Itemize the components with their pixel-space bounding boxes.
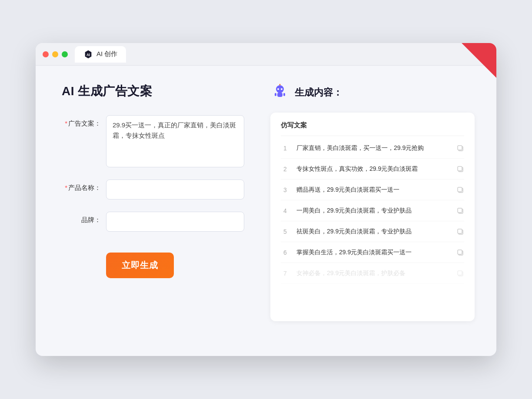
content-area: AI 生成广告文案 *广告文案： 29.9买一送一，真正的厂家直销，美白淡斑霜，… bbox=[36, 66, 496, 356]
result-num-7: 7 bbox=[281, 270, 289, 277]
copy-icon-7[interactable] bbox=[456, 269, 464, 277]
svg-rect-15 bbox=[458, 166, 462, 171]
result-text-1: 厂家直销，美白淡斑霜，买一送一，29.9元抢购 bbox=[296, 143, 449, 153]
robot-icon bbox=[270, 83, 289, 102]
result-item-1: 1 厂家直销，美白淡斑霜，买一送一，29.9元抢购 bbox=[281, 138, 464, 159]
ai-tab-icon: AI bbox=[83, 50, 93, 59]
result-text-7: 女神必备，29.9元美白淡斑霜，护肤必备 bbox=[296, 269, 449, 278]
result-item-5: 5 祛斑美白，29.9元美白淡斑霜，专业护肤品 bbox=[281, 221, 464, 242]
svg-rect-6 bbox=[277, 93, 283, 97]
svg-rect-17 bbox=[458, 187, 462, 192]
copy-icon-6[interactable] bbox=[456, 249, 464, 256]
svg-rect-19 bbox=[458, 208, 462, 213]
right-panel: 生成内容： 仿写文案 1 厂家直销，美白淡斑霜，买一送一，29.9元抢购 2 专… bbox=[270, 83, 475, 339]
result-header: 生成内容： bbox=[270, 83, 475, 102]
brand-group: 品牌： 好白 bbox=[62, 212, 244, 232]
maximize-button[interactable] bbox=[62, 51, 68, 57]
svg-point-11 bbox=[279, 84, 281, 85]
svg-text:AI: AI bbox=[86, 53, 90, 57]
copy-icon-5[interactable] bbox=[456, 228, 464, 236]
ad-copy-label: *广告文案： bbox=[62, 115, 101, 128]
copy-icon-4[interactable] bbox=[456, 207, 464, 215]
result-box: 仿写文案 1 厂家直销，美白淡斑霜，买一送一，29.9元抢购 2 专抹女性斑点，… bbox=[270, 113, 475, 321]
minimize-button[interactable] bbox=[52, 51, 58, 57]
brand-label: 品牌： bbox=[62, 212, 101, 224]
svg-rect-13 bbox=[458, 146, 462, 150]
result-num-1: 1 bbox=[281, 145, 289, 152]
close-button[interactable] bbox=[43, 51, 49, 57]
svg-rect-7 bbox=[275, 93, 276, 96]
result-num-6: 6 bbox=[281, 249, 289, 256]
result-num-2: 2 bbox=[281, 166, 289, 173]
svg-rect-21 bbox=[458, 229, 462, 233]
ad-copy-input[interactable]: 29.9买一送一，真正的厂家直销，美白淡斑霜，专抹女性斑点 bbox=[106, 115, 244, 167]
result-text-2: 专抹女性斑点，真实功效，29.9元美白淡斑霜 bbox=[296, 164, 449, 173]
tab-label: AI 创作 bbox=[96, 50, 117, 58]
result-text-6: 掌握美白生活，29.9元美白淡斑霜买一送一 bbox=[296, 248, 449, 257]
product-name-required: * bbox=[65, 184, 67, 191]
result-item-3: 3 赠品再送，29.9元美白淡斑霜买一送一 bbox=[281, 180, 464, 200]
result-item-4: 4 一周美白，29.9元美白淡斑霜，专业护肤品 bbox=[281, 200, 464, 221]
result-text-3: 赠品再送，29.9元美白淡斑霜买一送一 bbox=[296, 185, 449, 194]
result-text-5: 祛斑美白，29.9元美白淡斑霜，专业护肤品 bbox=[296, 227, 449, 236]
copy-icon-3[interactable] bbox=[456, 186, 464, 194]
ad-copy-group: *广告文案： 29.9买一送一，真正的厂家直销，美白淡斑霜，专抹女性斑点 bbox=[62, 115, 244, 167]
result-item-6: 6 掌握美白生活，29.9元美白淡斑霜买一送一 bbox=[281, 242, 464, 263]
left-panel: AI 生成广告文案 *广告文案： 29.9买一送一，真正的厂家直销，美白淡斑霜，… bbox=[62, 83, 244, 339]
product-name-group: *产品名称： 美白淡斑霜 bbox=[62, 180, 244, 200]
result-num-4: 4 bbox=[281, 207, 289, 214]
product-name-label: *产品名称： bbox=[62, 180, 101, 192]
result-item-2: 2 专抹女性斑点，真实功效，29.9元美白淡斑霜 bbox=[281, 159, 464, 180]
traffic-lights bbox=[43, 51, 68, 57]
svg-rect-23 bbox=[458, 250, 462, 254]
ad-copy-required: * bbox=[65, 120, 67, 127]
svg-rect-25 bbox=[458, 271, 462, 275]
product-name-input[interactable]: 美白淡斑霜 bbox=[106, 180, 244, 200]
brand-input[interactable]: 好白 bbox=[106, 212, 244, 232]
copy-icon-2[interactable] bbox=[456, 165, 464, 173]
result-num-3: 3 bbox=[281, 186, 289, 193]
svg-point-9 bbox=[279, 86, 281, 87]
result-text-4: 一周美白，29.9元美白淡斑霜，专业护肤品 bbox=[296, 206, 449, 215]
result-title: 生成内容： bbox=[295, 86, 342, 99]
result-item-7: 7 女神必备，29.9元美白淡斑霜，护肤必备 bbox=[281, 263, 464, 284]
title-bar: AI AI 创作 bbox=[36, 43, 496, 66]
svg-point-5 bbox=[281, 88, 283, 90]
result-num-5: 5 bbox=[281, 228, 289, 235]
browser-window: AI AI 创作 AI 生成广告文案 *广告文案： 29.9买一送一，真正的厂家… bbox=[36, 43, 496, 356]
active-tab[interactable]: AI AI 创作 bbox=[75, 46, 126, 63]
copy-icon-1[interactable] bbox=[456, 144, 464, 152]
svg-point-4 bbox=[277, 88, 279, 90]
svg-rect-8 bbox=[283, 93, 285, 96]
result-column-header: 仿写文案 bbox=[281, 121, 464, 136]
generate-button[interactable]: 立即生成 bbox=[106, 253, 174, 278]
page-title: AI 生成广告文案 bbox=[62, 83, 244, 100]
